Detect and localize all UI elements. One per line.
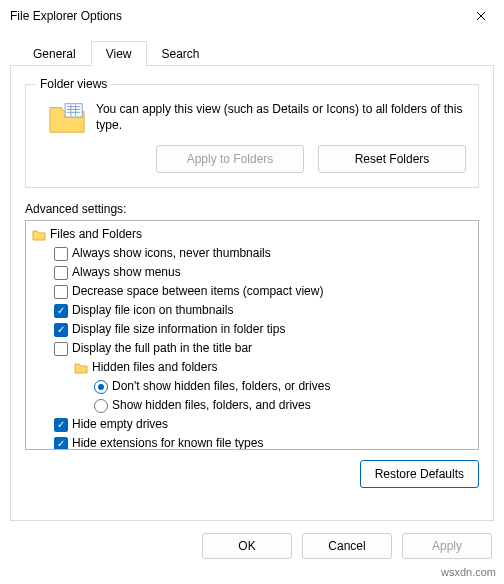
tree-item[interactable]: Always show icons, never thumbnails — [28, 244, 476, 263]
tree-folder-root: Files and Folders — [28, 225, 476, 244]
watermark: wsxdn.com — [441, 566, 496, 578]
tree-item[interactable]: Decrease space between items (compact vi… — [28, 282, 476, 301]
titlebar: File Explorer Options — [0, 0, 504, 32]
cancel-button[interactable]: Cancel — [302, 533, 392, 559]
tab-general[interactable]: General — [18, 41, 91, 66]
close-icon — [476, 11, 486, 21]
svg-rect-0 — [65, 104, 82, 117]
checkbox-icon[interactable] — [54, 285, 68, 299]
checkbox-icon[interactable] — [54, 342, 68, 356]
reset-folders-button[interactable]: Reset Folders — [318, 145, 466, 173]
checkbox-icon[interactable]: ✓ — [54, 304, 68, 318]
window-title: File Explorer Options — [10, 9, 122, 23]
apply-button[interactable]: Apply — [402, 533, 492, 559]
tree-item[interactable]: ✓Hide extensions for known file types — [28, 434, 476, 450]
folder-icon — [74, 362, 88, 374]
apply-to-folders-button[interactable]: Apply to Folders — [156, 145, 304, 173]
tree-item[interactable]: ✓Hide empty drives — [28, 415, 476, 434]
tree-item[interactable]: Always show menus — [28, 263, 476, 282]
tree-radio-item[interactable]: Don't show hidden files, folders, or dri… — [28, 377, 476, 396]
tree-radio-item[interactable]: Show hidden files, folders, and drives — [28, 396, 476, 415]
advanced-settings-tree[interactable]: Files and Folders Always show icons, nev… — [25, 220, 479, 450]
tree-item[interactable]: Display the full path in the title bar — [28, 339, 476, 358]
radio-icon[interactable] — [94, 380, 108, 394]
checkbox-icon[interactable]: ✓ — [54, 323, 68, 337]
tab-panel-view: Folder views You can apply this view (su… — [10, 65, 494, 521]
folder-views-legend: Folder views — [36, 77, 111, 91]
tree-item[interactable]: ✓Display file size information in folder… — [28, 320, 476, 339]
dialog-button-row: OK Cancel Apply — [0, 521, 504, 569]
checkbox-icon[interactable] — [54, 247, 68, 261]
folder-views-group: Folder views You can apply this view (su… — [25, 84, 479, 188]
folder-icon — [32, 229, 46, 241]
advanced-settings-label: Advanced settings: — [25, 202, 479, 216]
restore-defaults-button[interactable]: Restore Defaults — [360, 460, 479, 488]
folder-icon — [48, 101, 86, 135]
checkbox-icon[interactable]: ✓ — [54, 418, 68, 432]
close-button[interactable] — [458, 0, 504, 32]
tab-strip: General View Search — [0, 32, 504, 65]
radio-icon[interactable] — [94, 399, 108, 413]
tree-folder-hidden: Hidden files and folders — [28, 358, 476, 377]
ok-button[interactable]: OK — [202, 533, 292, 559]
tree-item[interactable]: ✓Display file icon on thumbnails — [28, 301, 476, 320]
checkbox-icon[interactable] — [54, 266, 68, 280]
tab-view[interactable]: View — [91, 41, 147, 66]
folder-views-description: You can apply this view (such as Details… — [96, 101, 466, 133]
tab-search[interactable]: Search — [147, 41, 215, 66]
checkbox-icon[interactable]: ✓ — [54, 437, 68, 451]
